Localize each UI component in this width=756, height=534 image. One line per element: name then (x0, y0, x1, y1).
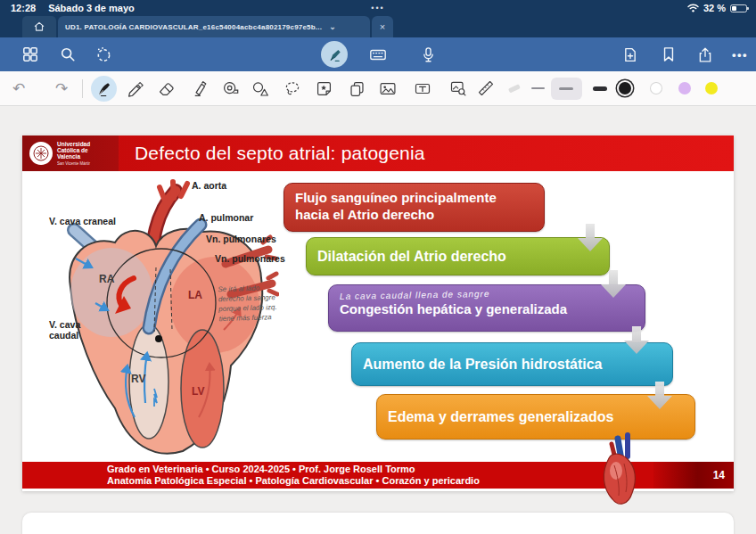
footer-credits: Grado en Veterinaria • Curso 2024-2025 •… (107, 464, 480, 487)
fountain-pen-icon (96, 81, 111, 96)
washi-tape-tool[interactable] (504, 78, 523, 98)
redo-button[interactable]: ↷ (52, 78, 71, 98)
color-yellow[interactable] (705, 82, 718, 94)
label-aorta: A. aorta (192, 180, 226, 191)
university-logo-block: Universidad Católica de Valencia San Vic… (22, 136, 119, 171)
shapes-icon (251, 80, 269, 97)
pencil-icon (127, 80, 144, 97)
slide-title: Defecto del septo atrial: patogenia (135, 136, 425, 171)
eraser-tool[interactable] (156, 78, 176, 98)
text-box-icon (414, 80, 431, 97)
photo-search-tool[interactable] (448, 78, 468, 98)
label-right-ventricle: RV (131, 373, 145, 385)
stroke-medium-option[interactable] (559, 87, 573, 90)
university-name: Universidad Católica de Valencia San Vic… (57, 141, 90, 167)
tab-close-button[interactable]: × (372, 16, 393, 37)
label-pulmonary-artery: A. pulmonar (199, 212, 253, 223)
sticker-star-icon (316, 80, 333, 97)
university-seal-icon (29, 142, 53, 165)
photo-search-icon (449, 79, 467, 97)
home-button[interactable] (22, 16, 56, 37)
add-page-icon (622, 46, 638, 63)
ipad-screen: 12:28 Sábado 3 de mayo ••• 32 % UD1. PAT… (0, 0, 756, 534)
lasso-tool-icon (284, 80, 301, 97)
label-cranial-vena-cava: V. cava craneal (49, 216, 116, 226)
page-number: 14 (713, 462, 725, 489)
text-box-tool[interactable] (413, 78, 432, 98)
status-bar: 12:28 Sábado 3 de mayo ••• 32 % (0, 0, 756, 16)
stroke-thin-option[interactable] (531, 87, 545, 89)
keyboard-icon (369, 45, 387, 63)
highlighter-icon (191, 80, 208, 97)
label-pulmonary-veins-1: Vn. pulmonares (206, 234, 276, 244)
label-left-atrium: LA (188, 289, 202, 301)
battery-icon (730, 4, 747, 12)
undo-button[interactable]: ↶ (9, 78, 29, 98)
tab-bar: UD1. PATOLOGÍA CARDIOVASCULAR_e16c54004a… (0, 16, 756, 37)
annotation-toolbar: ↶ ↷ (0, 71, 756, 106)
bookmark-icon (662, 46, 676, 62)
keyboard-button[interactable] (369, 45, 387, 63)
document-canvas[interactable]: Universidad Católica de Valencia San Vic… (0, 107, 756, 534)
label-left-ventricle: LV (192, 385, 204, 398)
handwritten-note: Se irá al lado derecho la sangre porque … (218, 283, 283, 324)
label-pulmonary-veins-2: Vn. pulmonares (215, 253, 285, 264)
heart-illustration-icon (600, 430, 641, 508)
shapes-tool[interactable] (251, 78, 270, 98)
next-page-preview[interactable] (22, 513, 734, 534)
slide-header: Universidad Católica de Valencia San Vic… (22, 136, 734, 171)
highlighter-tool[interactable] (189, 78, 209, 98)
pencil-tool[interactable] (125, 78, 144, 98)
pages-icon (349, 80, 366, 97)
slide-page: Universidad Católica de Valencia San Vic… (22, 136, 734, 491)
document-tab[interactable]: UD1. PATOLOGÍA CARDIOVASCULAR_e16c54004a… (58, 16, 370, 37)
stroke-thick-option[interactable] (593, 86, 607, 91)
lasso-select-button[interactable] (94, 45, 112, 63)
heart-diagram: A. aorta A. pulmonar Vn. pulmonares Vn. … (49, 178, 279, 462)
stickers-tool[interactable] (314, 78, 333, 98)
microphone-icon (421, 46, 436, 63)
flow-box-5: Edema y derrames generalizados (376, 394, 695, 440)
eraser-icon (158, 80, 175, 97)
share-button[interactable] (696, 45, 714, 63)
share-icon (697, 46, 713, 63)
label-caudal-vena-cava: V. cavacaudal (49, 319, 80, 341)
ruler-icon (477, 79, 495, 97)
color-white[interactable] (650, 82, 662, 94)
chevron-down-icon[interactable]: ⌄ (329, 22, 336, 31)
flow-box-4: Aumento de la Presión hidrostática (351, 342, 673, 386)
flow-box-2: Dilatación del Atrio derecho (306, 237, 610, 275)
color-purple[interactable] (678, 82, 691, 94)
document-tab-title: UD1. PATOLOGÍA CARDIOVASCULAR_e16c54004a… (65, 23, 322, 31)
label-right-atrium: RA (99, 273, 114, 285)
search-icon (60, 46, 76, 62)
microphone-button[interactable] (419, 45, 437, 63)
status-more-dots: ••• (0, 4, 756, 12)
washi-tape-icon (505, 80, 522, 97)
bookmark-button[interactable] (660, 45, 678, 63)
add-page-button[interactable] (621, 45, 639, 63)
flow-box-3: La cava caudal llena de sangre Congestió… (328, 284, 645, 332)
tape-tool[interactable] (220, 78, 240, 98)
image-icon (379, 80, 397, 97)
pen-tool-icon (327, 47, 342, 62)
search-button[interactable] (59, 45, 77, 63)
color-black-selected[interactable] (619, 82, 631, 94)
toolbar-divider (82, 79, 83, 98)
tape-icon (222, 80, 239, 97)
ruler-tool[interactable] (476, 78, 496, 98)
more-options-button[interactable]: ••• (731, 45, 749, 63)
pages-tool[interactable] (347, 78, 366, 98)
flow-box-1: Flujo sanguíneo principalmente hacia el … (284, 183, 545, 232)
fountain-pen-tool-selected[interactable] (91, 76, 117, 102)
grid-icon (22, 46, 38, 62)
grid-view-button[interactable] (21, 45, 39, 63)
lasso-tool[interactable] (283, 78, 302, 98)
insert-image-tool[interactable] (378, 78, 398, 98)
home-icon (33, 21, 45, 33)
main-toolbar: ••• (0, 37, 756, 71)
lasso-icon (95, 46, 112, 63)
active-tool-indicator[interactable] (321, 41, 348, 68)
